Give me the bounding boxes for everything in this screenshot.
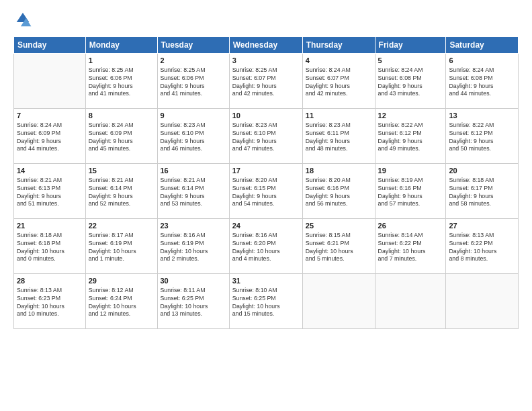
page: SundayMondayTuesdayWednesdayThursdayFrid… [0,0,532,411]
day-info: Sunrise: 8:19 AM Sunset: 6:16 PM Dayligh… [378,177,443,209]
weekday-header-wednesday: Wednesday [229,37,302,54]
day-info: Sunrise: 8:25 AM Sunset: 6:06 PM Dayligh… [89,66,154,99]
calendar-cell: 24Sunrise: 8:16 AM Sunset: 6:20 PM Dayli… [229,219,302,274]
day-info: Sunrise: 8:25 AM Sunset: 6:07 PM Dayligh… [232,66,300,99]
calendar-cell: 7Sunrise: 8:24 AM Sunset: 6:09 PM Daylig… [14,109,86,164]
day-number: 8 [89,111,154,121]
day-info: Sunrise: 8:11 AM Sunset: 6:25 PM Dayligh… [161,287,226,319]
weekday-header-tuesday: Tuesday [157,37,229,54]
day-info: Sunrise: 8:14 AM Sunset: 6:22 PM Dayligh… [378,232,443,264]
day-info: Sunrise: 8:20 AM Sunset: 6:16 PM Dayligh… [306,177,372,209]
calendar-cell: 10Sunrise: 8:23 AM Sunset: 6:10 PM Dayli… [229,109,302,164]
calendar: SundayMondayTuesdayWednesdayThursdayFrid… [13,36,519,329]
weekday-header-friday: Friday [375,37,446,54]
calendar-cell [375,274,446,329]
calendar-cell: 21Sunrise: 8:18 AM Sunset: 6:18 PM Dayli… [14,219,86,274]
calendar-cell: 20Sunrise: 8:18 AM Sunset: 6:17 PM Dayli… [446,164,519,219]
day-info: Sunrise: 8:18 AM Sunset: 6:17 PM Dayligh… [449,177,515,209]
calendar-cell: 17Sunrise: 8:20 AM Sunset: 6:15 PM Dayli… [229,164,302,219]
calendar-week-5: 28Sunrise: 8:13 AM Sunset: 6:23 PM Dayli… [14,274,519,329]
day-number: 10 [232,111,300,121]
day-info: Sunrise: 8:23 AM Sunset: 6:10 PM Dayligh… [232,122,300,154]
day-number: 27 [449,221,515,231]
day-number: 11 [306,111,372,121]
day-number: 16 [161,166,226,176]
calendar-cell: 8Sunrise: 8:24 AM Sunset: 6:09 PM Daylig… [85,109,157,164]
day-info: Sunrise: 8:16 AM Sunset: 6:20 PM Dayligh… [232,232,300,264]
day-info: Sunrise: 8:10 AM Sunset: 6:25 PM Dayligh… [232,287,300,319]
day-info: Sunrise: 8:23 AM Sunset: 6:11 PM Dayligh… [306,122,372,154]
day-number: 15 [89,166,154,176]
day-info: Sunrise: 8:20 AM Sunset: 6:15 PM Dayligh… [232,177,300,209]
weekday-header-sunday: Sunday [14,37,86,54]
day-info: Sunrise: 8:24 AM Sunset: 6:08 PM Dayligh… [378,66,443,99]
day-info: Sunrise: 8:23 AM Sunset: 6:10 PM Dayligh… [161,122,226,154]
day-number: 22 [89,221,154,231]
day-number: 23 [161,221,226,231]
day-number: 17 [232,166,300,176]
logo-icon [13,11,32,30]
day-number: 19 [378,166,443,176]
calendar-cell: 26Sunrise: 8:14 AM Sunset: 6:22 PM Dayli… [375,219,446,274]
day-info: Sunrise: 8:12 AM Sunset: 6:24 PM Dayligh… [89,287,154,319]
calendar-cell: 14Sunrise: 8:21 AM Sunset: 6:13 PM Dayli… [14,164,86,219]
calendar-cell: 23Sunrise: 8:16 AM Sunset: 6:19 PM Dayli… [157,219,229,274]
day-number: 24 [232,221,300,231]
calendar-cell: 9Sunrise: 8:23 AM Sunset: 6:10 PM Daylig… [157,109,229,164]
calendar-cell: 28Sunrise: 8:13 AM Sunset: 6:23 PM Dayli… [14,274,86,329]
calendar-cell: 6Sunrise: 8:24 AM Sunset: 6:08 PM Daylig… [446,54,519,109]
day-info: Sunrise: 8:22 AM Sunset: 6:12 PM Dayligh… [449,122,515,154]
calendar-cell: 1Sunrise: 8:25 AM Sunset: 6:06 PM Daylig… [85,54,157,109]
day-info: Sunrise: 8:24 AM Sunset: 6:08 PM Dayligh… [449,66,515,99]
day-number: 14 [17,166,83,176]
calendar-cell: 11Sunrise: 8:23 AM Sunset: 6:11 PM Dayli… [302,109,375,164]
calendar-cell: 5Sunrise: 8:24 AM Sunset: 6:08 PM Daylig… [375,54,446,109]
day-info: Sunrise: 8:15 AM Sunset: 6:21 PM Dayligh… [306,232,372,264]
day-number: 30 [161,276,226,286]
weekday-header-monday: Monday [85,37,157,54]
calendar-cell: 12Sunrise: 8:22 AM Sunset: 6:12 PM Dayli… [375,109,446,164]
calendar-week-4: 21Sunrise: 8:18 AM Sunset: 6:18 PM Dayli… [14,219,519,274]
day-number: 7 [17,111,83,121]
day-number: 13 [449,111,515,121]
day-info: Sunrise: 8:25 AM Sunset: 6:06 PM Dayligh… [161,66,226,99]
day-info: Sunrise: 8:21 AM Sunset: 6:13 PM Dayligh… [17,177,83,209]
day-info: Sunrise: 8:24 AM Sunset: 6:07 PM Dayligh… [306,66,372,99]
calendar-cell: 31Sunrise: 8:10 AM Sunset: 6:25 PM Dayli… [229,274,302,329]
day-number: 28 [17,276,83,286]
day-number: 1 [89,56,154,66]
day-info: Sunrise: 8:18 AM Sunset: 6:18 PM Dayligh… [17,232,83,264]
calendar-cell: 22Sunrise: 8:17 AM Sunset: 6:19 PM Dayli… [85,219,157,274]
calendar-cell: 27Sunrise: 8:13 AM Sunset: 6:22 PM Dayli… [446,219,519,274]
day-number: 12 [378,111,443,121]
day-number: 26 [378,221,443,231]
day-number: 25 [306,221,372,231]
day-number: 31 [232,276,300,286]
day-info: Sunrise: 8:21 AM Sunset: 6:14 PM Dayligh… [161,177,226,209]
calendar-cell [302,274,375,329]
logo [13,11,35,30]
day-number: 6 [449,56,515,66]
weekday-header-thursday: Thursday [302,37,375,54]
day-info: Sunrise: 8:16 AM Sunset: 6:19 PM Dayligh… [161,232,226,264]
day-number: 3 [232,56,300,66]
calendar-week-1: 1Sunrise: 8:25 AM Sunset: 6:06 PM Daylig… [14,54,519,109]
day-info: Sunrise: 8:24 AM Sunset: 6:09 PM Dayligh… [17,122,83,154]
calendar-cell: 30Sunrise: 8:11 AM Sunset: 6:25 PM Dayli… [157,274,229,329]
header [13,11,519,30]
day-info: Sunrise: 8:13 AM Sunset: 6:22 PM Dayligh… [449,232,515,264]
calendar-cell: 13Sunrise: 8:22 AM Sunset: 6:12 PM Dayli… [446,109,519,164]
day-number: 4 [306,56,372,66]
day-info: Sunrise: 8:22 AM Sunset: 6:12 PM Dayligh… [378,122,443,154]
day-number: 5 [378,56,443,66]
calendar-cell: 4Sunrise: 8:24 AM Sunset: 6:07 PM Daylig… [302,54,375,109]
day-info: Sunrise: 8:21 AM Sunset: 6:14 PM Dayligh… [89,177,154,209]
calendar-cell: 25Sunrise: 8:15 AM Sunset: 6:21 PM Dayli… [302,219,375,274]
calendar-week-2: 7Sunrise: 8:24 AM Sunset: 6:09 PM Daylig… [14,109,519,164]
day-info: Sunrise: 8:13 AM Sunset: 6:23 PM Dayligh… [17,287,83,319]
weekday-header-saturday: Saturday [446,37,519,54]
day-number: 20 [449,166,515,176]
day-info: Sunrise: 8:17 AM Sunset: 6:19 PM Dayligh… [89,232,154,264]
calendar-week-3: 14Sunrise: 8:21 AM Sunset: 6:13 PM Dayli… [14,164,519,219]
day-number: 18 [306,166,372,176]
